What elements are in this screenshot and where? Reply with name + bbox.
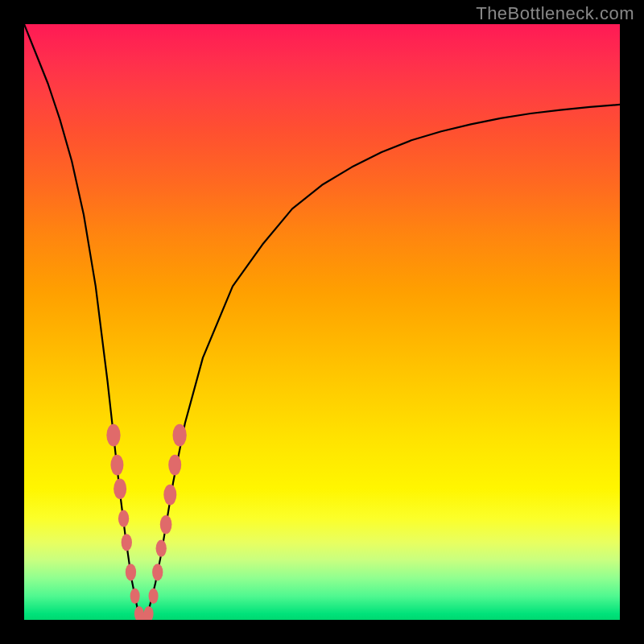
marker-dot xyxy=(130,588,140,604)
marker-dot xyxy=(149,588,159,604)
chart-frame: TheBottleneck.com xyxy=(0,0,644,644)
marker-dot xyxy=(168,455,181,476)
marker-dot xyxy=(118,510,129,527)
marker-dots xyxy=(106,424,186,620)
marker-dot xyxy=(110,455,123,476)
marker-dot xyxy=(172,424,186,447)
marker-dot xyxy=(114,478,126,499)
marker-dot xyxy=(126,564,136,580)
plot-area xyxy=(24,24,620,620)
marker-dot xyxy=(163,485,176,506)
bottleneck-curve xyxy=(24,24,620,620)
watermark-text: TheBottleneck.com xyxy=(476,3,634,24)
marker-dot xyxy=(156,540,167,557)
plot-svg xyxy=(24,24,620,620)
marker-dot xyxy=(160,515,172,534)
marker-dot xyxy=(106,424,120,447)
marker-dot xyxy=(152,564,163,580)
marker-dot xyxy=(144,606,154,620)
marker-dot xyxy=(122,534,132,551)
